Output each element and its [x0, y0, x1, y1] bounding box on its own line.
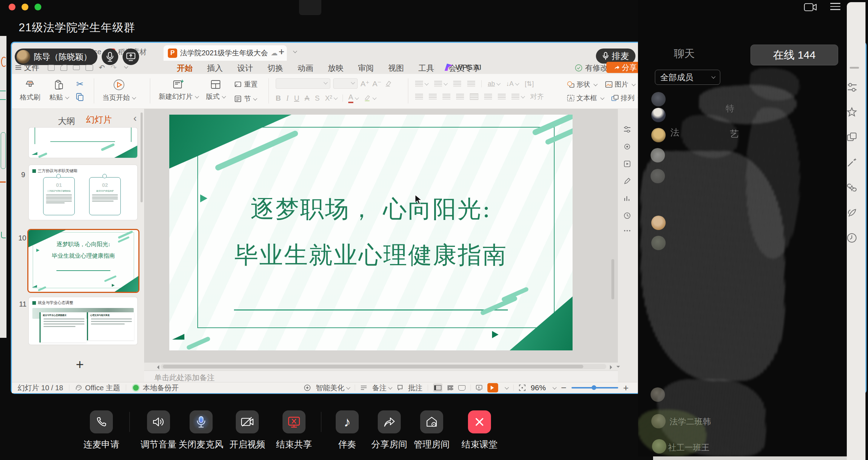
video-toggle-icon[interactable]: [804, 2, 817, 12]
align-objects-label[interactable]: 对齐: [530, 92, 544, 101]
superscript-button[interactable]: X²: [325, 94, 337, 102]
star-icon[interactable]: [846, 106, 858, 118]
quick-access-chevron-icon[interactable]: [124, 64, 128, 68]
chart-icon[interactable]: [623, 194, 631, 202]
control-volume[interactable]: 调节音量: [141, 410, 176, 450]
control-mute-mic[interactable]: 关闭麦克风: [179, 410, 224, 450]
align-center-button[interactable]: [429, 94, 437, 100]
zoom-window-button[interactable]: [35, 4, 41, 10]
h-scroll-down-arrow[interactable]: [616, 366, 620, 369]
arrange-button[interactable]: 排列: [611, 93, 641, 103]
zoom-level[interactable]: 96%: [531, 383, 546, 392]
clock-icon[interactable]: [846, 232, 858, 244]
slide-9-thumbnail[interactable]: 三方协议与求职关键期 01 三方协议与求职关键期须知 02 就业安全与权益保护: [29, 165, 137, 220]
increase-font-icon[interactable]: A⁺: [360, 79, 369, 88]
control-end-class[interactable]: 结束课堂: [461, 410, 497, 450]
redo-icon[interactable]: ↷: [111, 63, 117, 72]
properties-icon[interactable]: [847, 82, 858, 93]
chat-tab[interactable]: 聊天: [674, 47, 695, 61]
notes-bar[interactable]: 单击此处添加备注: [144, 371, 618, 382]
tab-list-chevron-icon[interactable]: [293, 49, 297, 53]
zoom-slider-handle[interactable]: [592, 385, 596, 390]
clear-format-icon[interactable]: [384, 80, 391, 87]
fit-window-icon[interactable]: [519, 384, 526, 391]
decrease-font-icon[interactable]: A⁻: [372, 79, 381, 88]
outline-tab[interactable]: 大纲: [58, 115, 75, 127]
shadow-button[interactable]: S: [315, 94, 320, 102]
theme-label[interactable]: Office 主题: [85, 383, 120, 393]
slide-8-thumbnail[interactable]: [29, 128, 137, 158]
online-tab[interactable]: 在线 144: [750, 45, 838, 65]
canvas-scrollbar[interactable]: [611, 259, 614, 299]
play-options-chevron-icon[interactable]: [505, 385, 509, 389]
undo-icon[interactable]: ↶: [99, 63, 105, 72]
underline-button[interactable]: U: [294, 94, 299, 102]
justify-button[interactable]: [456, 94, 464, 100]
control-mic-request[interactable]: 连麦申请: [83, 410, 119, 450]
export-icon[interactable]: [60, 65, 67, 71]
beautify-button[interactable]: 智能美化: [316, 383, 350, 393]
h-scroll-right-arrow[interactable]: [610, 365, 614, 369]
play-current-button[interactable]: 当页开始: [102, 79, 136, 102]
collapse-panel-icon[interactable]: ‹: [133, 112, 137, 124]
slides-tab[interactable]: 幻灯片: [86, 114, 112, 128]
column-spacing-button[interactable]: [498, 94, 506, 100]
comments-button[interactable]: 批注: [408, 383, 423, 393]
copy-doc-icon[interactable]: [846, 132, 858, 143]
control-share-room[interactable]: 分享房间: [371, 410, 407, 450]
save-icon[interactable]: [48, 65, 55, 71]
reset-button[interactable]: 重置: [234, 80, 258, 89]
section-button[interactable]: 节: [234, 94, 258, 104]
current-slide[interactable]: 逐梦职场， 心向阳光: 毕业生就业心理健康指南: [169, 115, 573, 350]
fit-text-button[interactable]: [⇅]: [525, 80, 534, 88]
member-filter-dropdown[interactable]: 全部成员: [655, 70, 720, 85]
nature-icon[interactable]: [846, 207, 858, 218]
close-window-button[interactable]: [9, 4, 15, 10]
wps-ai-button[interactable]: WPS AI: [445, 63, 481, 72]
add-slide-button[interactable]: +: [76, 357, 84, 372]
italic-button[interactable]: I: [286, 94, 289, 102]
spacing-button[interactable]: [511, 94, 524, 100]
history-icon[interactable]: [623, 212, 631, 220]
numbering-button[interactable]: [434, 81, 447, 87]
play-button[interactable]: [487, 383, 498, 392]
print-icon[interactable]: [73, 65, 80, 70]
notes-toggle-button[interactable]: 备注: [372, 383, 392, 393]
slide-10-thumbnail-selected[interactable]: 逐梦职场，心向阳光: 毕业生就业心理健康指南: [27, 229, 139, 293]
font-family-select[interactable]: [276, 78, 330, 89]
modified-status[interactable]: 有修改: [575, 63, 608, 73]
menu-icon[interactable]: [830, 3, 840, 11]
align-right-button[interactable]: [442, 94, 450, 100]
new-slide-button[interactable]: 新建幻灯片: [159, 79, 198, 101]
pen-icon[interactable]: [623, 177, 631, 185]
copy-icon[interactable]: [76, 93, 84, 101]
shapes-button[interactable]: 形状: [567, 80, 597, 89]
distribute-button[interactable]: [470, 93, 478, 100]
magic-wand-icon[interactable]: [846, 157, 858, 168]
zoom-chevron-icon[interactable]: [552, 385, 556, 389]
increase-indent-button[interactable]: [467, 81, 475, 87]
cut-icon[interactable]: ✂: [76, 79, 83, 89]
text-direction-button[interactable]: ↓A: [506, 80, 519, 88]
highlight-button[interactable]: [364, 95, 376, 101]
control-accompaniment[interactable]: ♪ 伴奏: [336, 410, 359, 450]
zoom-in-button[interactable]: +: [623, 382, 629, 394]
tune-icon[interactable]: [623, 125, 631, 133]
format-painter-button[interactable]: 格式刷: [20, 80, 40, 102]
play-from-start-icon[interactable]: [476, 385, 482, 391]
strike-button[interactable]: A: [305, 94, 309, 102]
grid-view-button[interactable]: [447, 385, 453, 390]
panel-scrollbar[interactable]: [141, 112, 143, 202]
reading-view-button[interactable]: [458, 385, 465, 391]
more-icon[interactable]: [623, 229, 631, 233]
decrease-indent-button[interactable]: [453, 81, 461, 87]
star-wand-icon[interactable]: [846, 182, 858, 193]
slide-11-thumbnail[interactable]: 就业与学业心态调整 就业与学业心态调整建议 心理支持与相关渠道: [29, 297, 137, 345]
char-spacing-button[interactable]: ab: [488, 80, 500, 88]
strip-scroll-piece[interactable]: [850, 67, 859, 69]
print-preview-icon[interactable]: [86, 65, 93, 71]
document-tab[interactable]: P 法学院2021级学生年级大会 ☁ •: [164, 45, 287, 61]
layout-button[interactable]: 版式: [206, 79, 225, 101]
font-size-select[interactable]: [333, 78, 358, 89]
new-tab-button[interactable]: +: [279, 46, 284, 58]
